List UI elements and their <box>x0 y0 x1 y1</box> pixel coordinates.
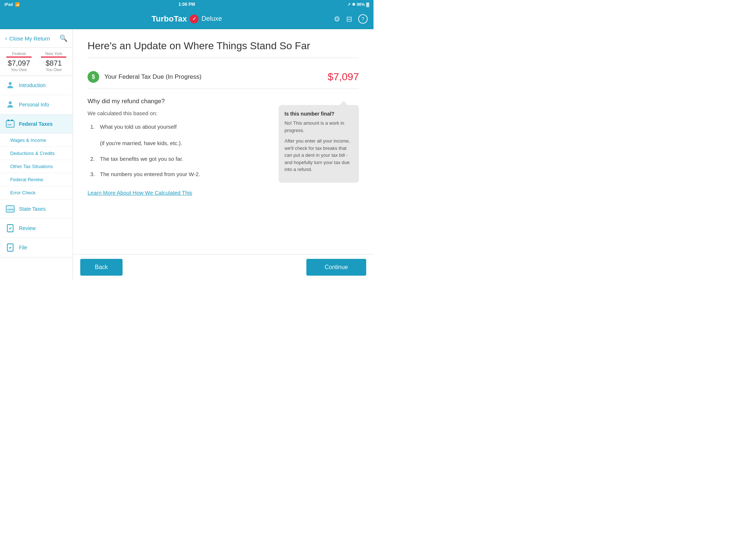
bookmark-icon[interactable]: ⊟ <box>346 15 352 23</box>
battery-label: 98% <box>357 2 365 7</box>
sidebar-item-introduction[interactable]: Introduction <box>0 76 73 95</box>
content-scroll: Here's an Update on Where Things Stand S… <box>73 29 374 254</box>
tooltip-para2: After you enter all your income, we'll c… <box>285 137 353 173</box>
personal-info-label: Personal Info <box>19 102 49 108</box>
brand-deluxe: Deluxe <box>201 15 222 23</box>
sidebar-subitem-deductions-credits[interactable]: Deductions & Credits <box>0 147 73 160</box>
newyork-tax-col: New York $871 You Owe <box>38 51 70 72</box>
chevron-left-icon: ‹ <box>5 35 7 42</box>
svg-text:TAX: TAX <box>7 124 12 126</box>
federal-review-label: Federal Review <box>10 177 43 182</box>
sidebar: ‹ Close My Return 🔍 Federal $7,097 You O… <box>0 29 73 280</box>
federal-amount: $7,097 <box>3 59 35 67</box>
tooltip-box: Is this number final? No! This amount is… <box>279 105 359 183</box>
close-return-label: Close My Return <box>9 35 50 42</box>
back-button[interactable]: Back <box>80 259 123 276</box>
review-label: Review <box>19 225 36 231</box>
help-icon[interactable]: ? <box>358 14 368 24</box>
deductions-credits-label: Deductions & Credits <box>10 151 55 156</box>
svg-text:STATE: STATE <box>7 209 14 211</box>
status-bar: iPad 📶 1:06 PM ↗ ✱ 98% ▓ <box>0 0 374 9</box>
list-item-1: 1. What you told us about yourself(if yo… <box>88 123 268 148</box>
personal-info-icon <box>5 100 15 110</box>
status-right: ↗ ✱ 98% ▓ <box>347 2 369 7</box>
main-layout: ‹ Close My Return 🔍 Federal $7,097 You O… <box>0 29 374 280</box>
brand-logo: TurboTax ✓ Deluxe <box>152 14 222 24</box>
federal-tax-col: Federal $7,097 You Owe <box>3 51 35 72</box>
search-icon[interactable]: 🔍 <box>59 34 67 42</box>
why-change-text: Why did my refund change? <box>88 98 268 105</box>
list-item-3: 3. The numbers you entered from your W-2… <box>88 170 268 179</box>
tooltip-arrow <box>339 101 348 106</box>
dollar-icon: $ <box>88 71 99 83</box>
federal-due-row: $ Your Federal Tax Due (In Progress) $7,… <box>88 65 359 89</box>
svg-rect-4 <box>11 120 13 121</box>
newyork-owe: You Owe <box>38 67 70 72</box>
tooltip-container: Is this number final? No! This amount is… <box>279 98 359 196</box>
tooltip-para1: No! This amount is a work in progress. <box>285 120 353 134</box>
list-num-1: 1. <box>88 123 95 148</box>
newyork-amount: $871 <box>38 59 70 67</box>
newyork-label: New York <box>38 51 70 56</box>
federal-due-left: $ Your Federal Tax Due (In Progress) <box>88 71 201 83</box>
tooltip-title: Is this number final? <box>285 111 353 117</box>
learn-more-link[interactable]: Learn More About How We Calculated This <box>88 190 192 196</box>
introduction-label: Introduction <box>19 82 46 88</box>
state-taxes-icon: STATE <box>5 204 15 214</box>
svg-point-1 <box>9 101 12 104</box>
nav-section: Introduction Personal Info <box>0 76 73 257</box>
brand-name: TurboTax <box>152 14 187 24</box>
device-label: iPad <box>4 2 13 7</box>
content-body: Why did my refund change? We calculated … <box>88 98 359 196</box>
list-text-3: The numbers you entered from your W-2. <box>100 170 200 179</box>
content-main: Why did my refund change? We calculated … <box>88 98 268 196</box>
sidebar-subitem-error-check[interactable]: Error Check <box>0 186 73 199</box>
sidebar-item-review[interactable]: Review <box>0 219 73 238</box>
close-return-button[interactable]: ‹ Close My Return <box>5 35 50 42</box>
other-tax-situations-label: Other Tax Situations <box>10 164 53 169</box>
sidebar-item-federal-taxes[interactable]: TAX Federal Taxes <box>0 114 73 134</box>
list-item-2: 2. The tax benefits we got you so far. <box>88 155 268 163</box>
sidebar-item-file[interactable]: File <box>0 238 73 257</box>
status-time: 1:06 PM <box>178 2 195 7</box>
svg-point-0 <box>9 82 12 85</box>
wifi-icon: 📶 <box>15 2 20 7</box>
location-icon: ↗ <box>347 2 351 7</box>
page-title: Here's an Update on Where Things Stand S… <box>88 40 359 58</box>
sidebar-subitem-other-tax-situations[interactable]: Other Tax Situations <box>0 160 73 173</box>
file-label: File <box>19 245 27 250</box>
svg-rect-3 <box>7 120 9 121</box>
federal-bar <box>6 57 32 58</box>
status-left: iPad 📶 <box>4 2 20 7</box>
close-return-section: ‹ Close My Return 🔍 <box>0 29 73 48</box>
state-taxes-label: State Taxes <box>19 206 46 212</box>
file-icon <box>5 242 15 253</box>
continue-button[interactable]: Continue <box>306 259 366 276</box>
list-num-2: 2. <box>88 155 95 163</box>
sidebar-subitem-wages-income[interactable]: Wages & Income <box>0 134 73 147</box>
battery-icon: ▓ <box>366 2 369 7</box>
error-check-label: Error Check <box>10 190 35 195</box>
tax-summary: Federal $7,097 You Owe New York $871 You… <box>0 48 73 76</box>
sidebar-item-state-taxes[interactable]: STATE State Taxes <box>0 199 73 219</box>
app-header: TurboTax ✓ Deluxe ⚙ ⊟ ? <box>0 9 374 29</box>
brand-checkmark: ✓ <box>190 15 198 23</box>
we-calculated-text: We calculated this based on: <box>88 110 268 116</box>
federal-label: Federal <box>3 51 35 56</box>
federal-due-label: Your Federal Tax Due (In Progress) <box>104 73 201 81</box>
federal-taxes-icon: TAX <box>5 119 15 129</box>
federal-due-amount: $7,097 <box>328 71 359 83</box>
sidebar-item-personal-info[interactable]: Personal Info <box>0 95 73 114</box>
header-icons: ⚙ ⊟ ? <box>334 14 368 24</box>
wages-income-label: Wages & Income <box>10 137 46 143</box>
newyork-bar <box>41 57 66 58</box>
content-footer: Back Continue <box>73 254 374 280</box>
settings-icon[interactable]: ⚙ <box>334 15 340 23</box>
list-text-2: The tax benefits we got you so far. <box>100 155 183 163</box>
list-text-1: What you told us about yourself(if you'r… <box>100 123 182 148</box>
federal-taxes-label: Federal Taxes <box>19 121 53 127</box>
sidebar-subitem-federal-review[interactable]: Federal Review <box>0 173 73 186</box>
calculation-list: 1. What you told us about yourself(if yo… <box>88 123 268 179</box>
bluetooth-icon: ✱ <box>352 2 355 7</box>
federal-owe: You Owe <box>3 67 35 72</box>
